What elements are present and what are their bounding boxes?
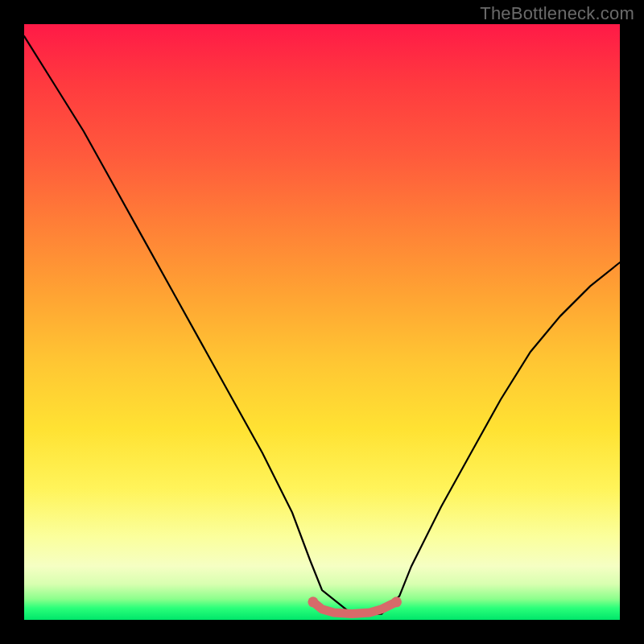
flat-marker-path [313, 602, 397, 614]
chart-frame: TheBottleneck.com [0, 0, 644, 644]
watermark-text: TheBottleneck.com [480, 3, 634, 24]
flat-marker-dot [391, 597, 402, 607]
mismatch-curve-path [24, 36, 620, 614]
curve-svg [24, 24, 620, 620]
plot-area [24, 24, 620, 620]
flat-marker-dot [308, 597, 318, 607]
